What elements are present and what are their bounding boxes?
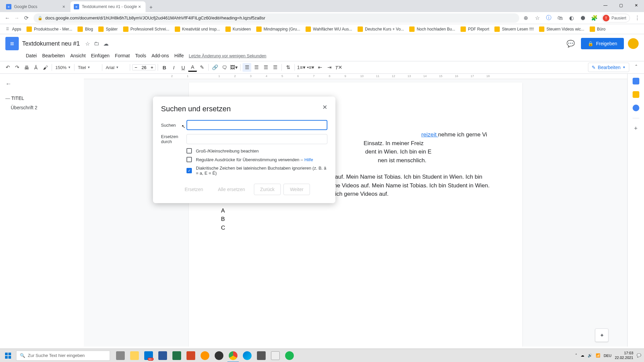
- bookmark-item[interactable]: PDF Report: [459, 25, 491, 33]
- extensions-icon[interactable]: 🧩: [590, 14, 598, 22]
- print-button[interactable]: 🖶: [22, 63, 31, 72]
- bold-button[interactable]: B: [160, 63, 169, 72]
- outline-item[interactable]: TITEL: [5, 94, 78, 103]
- forward-button[interactable]: →: [12, 13, 21, 23]
- browser-tab[interactable]: ≡ Google Docs ×: [3, 1, 70, 12]
- align-center-button[interactable]: ☰: [252, 63, 261, 72]
- increase-font-button[interactable]: +: [149, 65, 155, 70]
- cloud-icon[interactable]: ☁: [103, 41, 109, 47]
- highlight-button[interactable]: ✎: [198, 63, 206, 72]
- clear-format-button[interactable]: T✕: [334, 63, 343, 72]
- bookmark-item[interactable]: Professionell Schrei...: [121, 25, 171, 33]
- list-item[interactable]: C: [221, 224, 490, 232]
- italic-button[interactable]: I: [169, 63, 178, 72]
- move-icon[interactable]: 🗀: [94, 41, 99, 47]
- zoom-select[interactable]: 150%▼: [54, 63, 72, 71]
- next-button[interactable]: Weiter: [283, 184, 310, 195]
- align-right-button[interactable]: ☰: [261, 63, 270, 72]
- user-avatar[interactable]: [628, 38, 639, 49]
- bookmark-item[interactable]: Blog: [75, 25, 95, 33]
- image-button[interactable]: 🖼▾: [229, 63, 238, 72]
- checkbox[interactable]: [186, 157, 192, 162]
- comment-button[interactable]: 🗨: [220, 63, 229, 72]
- collapse-toolbar-button[interactable]: ˆ: [632, 63, 641, 72]
- extension-icon[interactable]: ⓘ: [545, 14, 553, 22]
- clock[interactable]: 17:03 22.02.2021: [615, 351, 633, 360]
- doc-title[interactable]: Textdokument neu #1: [22, 40, 80, 47]
- new-tab-button[interactable]: +: [146, 3, 156, 12]
- bookmark-item[interactable]: Produktsuche - Mer...: [24, 25, 74, 33]
- obs-button[interactable]: [212, 349, 226, 362]
- star-icon[interactable]: ☆: [533, 14, 541, 22]
- ruler[interactable]: 21123456789101112131415161718: [84, 74, 627, 79]
- font-select[interactable]: Arial▼: [104, 63, 128, 71]
- paint-format-button[interactable]: 🖌: [41, 63, 50, 72]
- spotify-button[interactable]: [282, 349, 297, 362]
- browser-tab-active[interactable]: ≡ Textdokument neu #1 - Google ×: [70, 1, 146, 12]
- minimize-button[interactable]: —: [598, 0, 613, 11]
- bookmark-item[interactable]: Mindmapping (Gru...: [254, 25, 302, 33]
- url-input[interactable]: 🔒 docs.google.com/document/d/1hUH8k6h7Lb…: [34, 13, 519, 23]
- app-button[interactable]: [254, 349, 268, 362]
- extension-icon[interactable]: 🛍: [556, 14, 564, 22]
- excel-button[interactable]: [170, 349, 184, 362]
- diacritic-row[interactable]: ✓ Diakritische Zeichen bei lateinischen …: [186, 166, 327, 176]
- list-item[interactable]: B: [221, 215, 490, 224]
- outline-back-button[interactable]: ←: [5, 80, 78, 87]
- language-indicator[interactable]: DEU: [604, 354, 611, 358]
- back-button[interactable]: ←: [3, 13, 12, 23]
- edit-mode-button[interactable]: ✎ Bearbeiten ▼: [588, 63, 629, 72]
- menu-item[interactable]: Einfügen: [89, 52, 112, 60]
- tasks-icon[interactable]: [633, 105, 639, 111]
- close-icon[interactable]: ×: [61, 4, 66, 9]
- word-button[interactable]: [156, 349, 170, 362]
- menu-item[interactable]: Format: [113, 52, 132, 60]
- edge-new-button[interactable]: [240, 349, 254, 362]
- bookmark-item[interactable]: Steuern Lesen !!!!: [492, 25, 536, 33]
- powerpoint-button[interactable]: [184, 349, 198, 362]
- bookmark-item[interactable]: Kursideen: [223, 25, 253, 33]
- menu-item[interactable]: Datei: [23, 52, 39, 60]
- bookmark-item[interactable]: Steuern Videos wic...: [537, 25, 586, 33]
- menu-item[interactable]: Ansicht: [68, 52, 88, 60]
- text-color-button[interactable]: A: [188, 63, 197, 72]
- chrome-button[interactable]: [226, 349, 240, 362]
- prev-button[interactable]: Zurück: [254, 184, 281, 195]
- search-input[interactable]: [186, 120, 327, 130]
- bookmark-item[interactable]: Deutsche Kurs + Vo...: [356, 25, 406, 33]
- extension-icon[interactable]: ⬢: [579, 14, 587, 22]
- comments-button[interactable]: 💬: [565, 38, 577, 50]
- undo-button[interactable]: ↶: [3, 63, 12, 72]
- checkbox[interactable]: [186, 148, 192, 154]
- font-size-value[interactable]: 26: [139, 65, 149, 70]
- menu-item[interactable]: Tools: [133, 52, 149, 60]
- replace-all-button[interactable]: Alle ersetzen: [212, 184, 251, 195]
- bookmark-item[interactable]: ⠿Apps: [3, 25, 23, 33]
- notepad-button[interactable]: [268, 349, 282, 362]
- bookmark-item[interactable]: Büro: [588, 25, 607, 33]
- menu-icon[interactable]: ⋮: [633, 14, 641, 22]
- align-left-button[interactable]: ☰: [243, 63, 251, 72]
- underline-button[interactable]: U: [179, 63, 187, 72]
- replace-input[interactable]: [186, 134, 327, 144]
- tray-chevron-icon[interactable]: ˄: [575, 353, 577, 358]
- profile-chip[interactable]: T Pausiert: [602, 14, 630, 22]
- bulleted-list-button[interactable]: •≡▾: [306, 63, 315, 72]
- notifications-icon[interactable]: 💬: [637, 353, 641, 358]
- menu-item[interactable]: Add-ons: [149, 52, 171, 60]
- bookmark-item[interactable]: Noch hochladen Bu...: [407, 25, 457, 33]
- explorer-button[interactable]: [127, 349, 142, 362]
- regex-row[interactable]: Reguläre Ausdrücke für Übereinstimmung v…: [186, 157, 327, 162]
- style-select[interactable]: Titel▼: [76, 63, 100, 71]
- volume-icon[interactable]: 🔊: [588, 353, 592, 358]
- line-spacing-button[interactable]: ⇅: [284, 63, 292, 72]
- add-addon-button[interactable]: +: [633, 125, 639, 132]
- edge-button[interactable]: 99+: [142, 349, 156, 362]
- menu-item[interactable]: Bearbeiten: [40, 52, 67, 60]
- increase-indent-button[interactable]: ⇥: [325, 63, 334, 72]
- calendar-icon[interactable]: [633, 78, 639, 84]
- zoom-icon[interactable]: ⊕: [522, 14, 530, 22]
- decrease-font-button[interactable]: −: [132, 65, 139, 70]
- close-icon[interactable]: ×: [137, 4, 142, 9]
- start-button[interactable]: [0, 349, 16, 362]
